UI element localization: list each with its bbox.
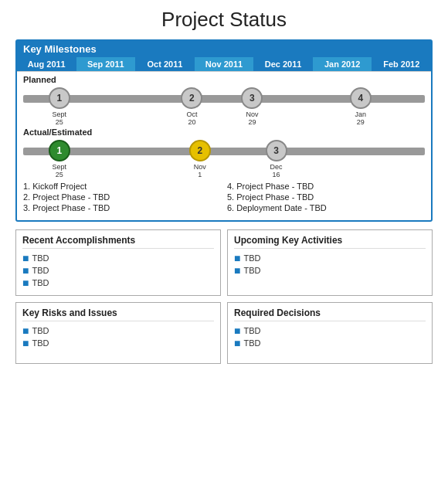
upcoming-item-2: ■ TBD [234,266,426,276]
recent-item-1: ■ TBD [22,253,214,263]
bullet-icon: ■ [22,253,29,263]
km-header: Key Milestones [17,41,431,57]
planned-label: Planned [23,75,425,84]
km-list-item-1: 1. Kickoff Project [23,182,221,191]
actual-row: Actual/Estimated 1 Sept25 2 Nov1 3 Dec16 [17,124,431,175]
bullet-icon: ■ [22,338,29,348]
km-list-right: 4. Project Phase - TBD 5. Project Phase … [227,182,425,214]
month-dec: Dec 2011 [253,57,313,71]
month-jan: Jan 2012 [313,57,372,71]
bullet-icon: ■ [22,325,29,336]
planned-milestone-1: 1 [49,87,70,109]
km-list-item-6: 6. Deployment Date - TBD [227,203,425,212]
planned-milestone-3-label: Nov29 [246,110,258,126]
km-months-row: Aug 2011 Sep 2011 Oct 2011 Nov 2011 Dec … [17,57,431,72]
actual-milestone-3-label: Dec16 [270,163,283,178]
planned-milestone-1-label: Sept25 [53,110,67,126]
planned-milestone-2: 2 [181,87,202,109]
decision-item-1: ■ TBD [234,326,426,336]
km-list-left: 1. Kickoff Project 2. Project Phase - TB… [23,182,221,214]
actual-label: Actual/Estimated [23,127,425,137]
bullet-icon: ■ [234,253,240,263]
recent-item-3: ■ TBD [22,278,214,288]
planned-milestone-4: 4 [350,87,372,109]
month-feb: Feb 2012 [372,57,431,71]
month-nov: Nov 2011 [195,57,254,71]
recent-accomplishments-card: Recent Accomplishments ■ TBD ■ TBD ■ TBD [15,229,221,296]
planned-milestone-3: 3 [241,87,263,109]
risk-item-2: ■ TBD [22,338,214,348]
km-list: 1. Kickoff Project 2. Project Phase - TB… [17,177,431,214]
key-risks-card: Key Risks and Issues ■ TBD ■ TBD [15,302,221,364]
bullet-icon: ■ [234,265,240,276]
bottom-grid: Recent Accomplishments ■ TBD ■ TBD ■ TBD… [15,229,433,364]
planned-row: Planned 1 Sept25 2 Oct20 3 Nov29 4 Jan29 [17,72,431,123]
upcoming-item-1: ■ TBD [234,253,426,263]
recent-accomplishments-title: Recent Accomplishments [22,235,214,249]
bullet-icon: ■ [22,277,29,288]
actual-milestone-1-label: Sept25 [53,163,67,178]
key-risks-title: Key Risks and Issues [22,307,214,321]
actual-bar [23,148,425,155]
km-list-item-2: 2. Project Phase - TBD [23,192,221,202]
actual-milestone-1: 1 [49,140,70,161]
km-list-item-4: 4. Project Phase - TBD [227,182,425,191]
required-decisions-card: Required Decisions ■ TBD ■ TBD [227,302,433,364]
decision-item-2: ■ TBD [234,338,426,348]
actual-milestone-3: 3 [266,140,287,161]
actual-milestone-2: 2 [189,140,211,161]
planned-milestone-2-label: Oct20 [186,110,197,126]
risk-item-1: ■ TBD [22,326,214,336]
month-aug: Aug 2011 [17,57,76,71]
bullet-icon: ■ [234,325,240,336]
recent-item-2: ■ TBD [22,266,214,276]
bullet-icon: ■ [22,265,29,276]
planned-milestone-4-label: Jan29 [355,110,367,126]
km-list-item-3: 3. Project Phase - TBD [23,203,221,212]
required-decisions-title: Required Decisions [234,307,426,321]
upcoming-activities-title: Upcoming Key Activities [234,235,426,249]
actual-milestone-2-label: Nov1 [194,163,206,178]
km-list-item-5: 5. Project Phase - TBD [227,192,425,202]
actual-track: 1 Sept25 2 Nov1 3 Dec16 [23,138,425,175]
month-oct: Oct 2011 [135,57,195,71]
bullet-icon: ■ [234,338,240,348]
upcoming-activities-card: Upcoming Key Activities ■ TBD ■ TBD [227,229,433,296]
page-title: Project Status [15,8,433,32]
month-sep: Sep 2011 [76,57,136,71]
planned-track: 1 Sept25 2 Oct20 3 Nov29 4 Jan29 [23,86,425,123]
key-milestones-section: Key Milestones Aug 2011 Sep 2011 Oct 201… [15,39,433,222]
